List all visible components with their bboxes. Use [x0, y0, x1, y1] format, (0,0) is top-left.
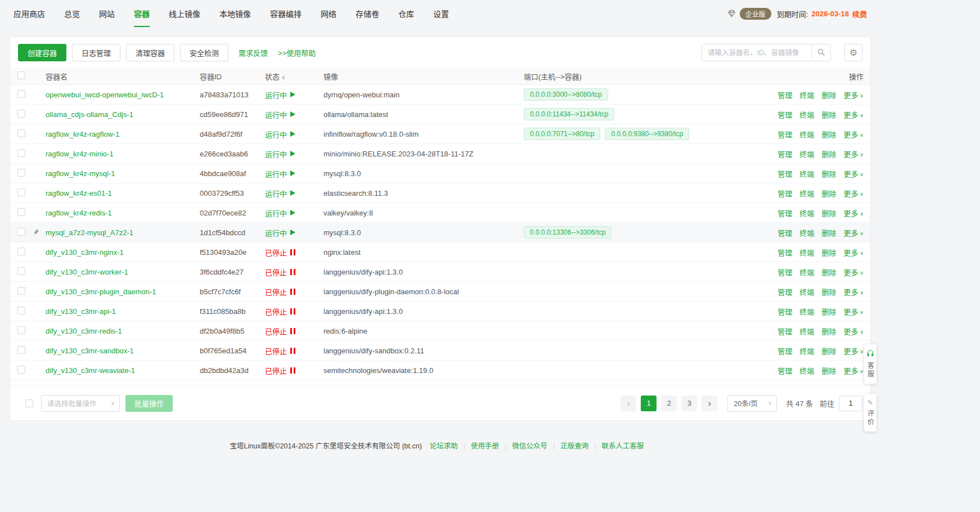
action-more[interactable]: 更多∨ [843, 267, 864, 277]
action-delete[interactable]: 删除 [821, 365, 836, 376]
action-manage[interactable]: 管理 [777, 326, 792, 336]
row-checkbox[interactable] [17, 149, 25, 157]
page-button-1[interactable]: 1 [641, 396, 657, 411]
action-manage[interactable]: 管理 [777, 227, 792, 238]
page-size-select[interactable]: 20条/页 ∨ [727, 395, 777, 412]
action-terminal[interactable]: 终端 [799, 227, 814, 238]
action-delete[interactable]: 删除 [821, 208, 836, 218]
row-checkbox[interactable] [17, 307, 25, 315]
action-manage[interactable]: 管理 [777, 345, 792, 356]
container-name-link[interactable]: ragflow_kr4z-ragflow-1 [46, 130, 120, 138]
action-terminal[interactable]: 终端 [799, 286, 814, 297]
container-name-link[interactable]: ragflow_kr4z-minio-1 [46, 150, 114, 158]
action-manage[interactable]: 管理 [777, 149, 792, 159]
action-more[interactable]: 更多∨ [843, 149, 864, 159]
action-more[interactable]: 更多∨ [843, 168, 864, 179]
container-name-link[interactable]: ollama_cdjs-ollama_Cdjs-1 [46, 110, 133, 119]
action-manage[interactable]: 管理 [777, 385, 792, 386]
page-button-2[interactable]: 2 [661, 396, 677, 411]
action-manage[interactable]: 管理 [777, 129, 792, 140]
container-name-link[interactable]: dify_v130_c3mr-nginx-1 [46, 248, 124, 257]
action-manage[interactable]: 管理 [777, 306, 792, 317]
action-manage[interactable]: 管理 [777, 365, 792, 376]
status-filter-caret[interactable]: ∨ [281, 74, 285, 80]
action-terminal[interactable]: 终端 [799, 247, 814, 258]
row-checkbox[interactable] [17, 188, 25, 196]
row-checkbox[interactable] [17, 366, 25, 374]
action-delete[interactable]: 删除 [821, 385, 836, 386]
container-name-link[interactable]: mysql_a7z2-mysql_A7z2-1 [46, 228, 133, 237]
nav-item-4[interactable]: 容器 [134, 0, 150, 27]
nav-item-5[interactable]: 线上镜像 [169, 0, 200, 27]
action-delete[interactable]: 删除 [821, 129, 836, 140]
renew-link[interactable]: 续费 [852, 8, 867, 19]
nav-item-6[interactable]: 本地镜像 [219, 0, 251, 27]
nav-item-3[interactable]: 网站 [99, 0, 115, 27]
action-delete[interactable]: 删除 [821, 345, 836, 356]
nav-item-9[interactable]: 存储卷 [356, 0, 379, 27]
action-terminal[interactable]: 终端 [799, 306, 814, 317]
action-terminal[interactable]: 终端 [799, 149, 814, 159]
search-input[interactable] [702, 49, 811, 57]
action-terminal[interactable]: 终端 [799, 188, 814, 199]
row-checkbox[interactable] [17, 346, 25, 354]
nav-item-1[interactable]: 应用商店 [14, 0, 45, 27]
action-more[interactable]: 更多∨ [843, 109, 864, 120]
action-delete[interactable]: 删除 [821, 149, 836, 159]
help-link[interactable]: >>使用帮助 [278, 47, 316, 58]
container-name-link[interactable]: ragflow_kr4z-es01-1 [46, 189, 112, 197]
action-delete[interactable]: 删除 [821, 109, 836, 120]
container-name-link[interactable]: dify_v130_c3mr-api-1 [46, 307, 116, 316]
action-delete[interactable]: 删除 [821, 227, 836, 238]
action-more[interactable]: 更多∨ [843, 286, 864, 297]
nav-item-2[interactable]: 总览 [64, 0, 80, 27]
action-manage[interactable]: 管理 [777, 89, 792, 100]
row-checkbox[interactable] [17, 90, 25, 98]
action-more[interactable]: 更多∨ [843, 345, 864, 356]
goto-page-input[interactable] [839, 396, 862, 411]
action-more[interactable]: 更多∨ [843, 89, 864, 100]
container-name-link[interactable]: ragflow_kr4z-mysql-1 [46, 169, 115, 178]
row-checkbox[interactable] [17, 110, 25, 118]
action-delete[interactable]: 删除 [821, 326, 836, 336]
action-delete[interactable]: 删除 [821, 188, 836, 199]
log-manage-button[interactable]: 日志管理 [72, 44, 120, 61]
batch-apply-button[interactable]: 批量操作 [125, 395, 173, 412]
footer-link-3[interactable]: 微信公众号 [512, 442, 547, 450]
footer-link-2[interactable]: 使用手册 [471, 442, 499, 450]
action-more[interactable]: 更多∨ [843, 326, 864, 336]
row-checkbox[interactable] [17, 248, 25, 255]
create-container-button[interactable]: 创建容器 [18, 44, 66, 61]
action-manage[interactable]: 管理 [777, 168, 792, 179]
action-delete[interactable]: 删除 [821, 168, 836, 179]
action-manage[interactable]: 管理 [777, 286, 792, 297]
row-checkbox[interactable] [17, 287, 25, 295]
prev-page-button[interactable]: ‹ [621, 396, 636, 411]
action-terminal[interactable]: 终端 [799, 109, 814, 120]
nav-item-8[interactable]: 网络 [321, 0, 336, 27]
action-delete[interactable]: 删除 [821, 306, 836, 317]
row-checkbox[interactable] [17, 385, 25, 386]
container-name-link[interactable]: dify_v130_c3mr-worker-1 [46, 268, 128, 276]
page-button-3[interactable]: 3 [681, 396, 697, 411]
row-checkbox[interactable] [17, 267, 25, 275]
action-more[interactable]: 更多∨ [843, 188, 864, 199]
select-all-checkbox[interactable] [17, 71, 25, 79]
action-manage[interactable]: 管理 [777, 267, 792, 277]
settings-button[interactable]: ⚙ [844, 44, 862, 61]
row-checkbox[interactable] [17, 129, 25, 137]
action-delete[interactable]: 删除 [821, 286, 836, 297]
action-more[interactable]: 更多∨ [843, 247, 864, 258]
action-more[interactable]: 更多∨ [843, 385, 864, 386]
action-delete[interactable]: 删除 [821, 89, 836, 100]
rate-tab[interactable]: ✎ 评价 [864, 394, 876, 432]
container-name-link[interactable]: dify_v130_c3mr-redis-1 [46, 327, 122, 335]
feedback-link[interactable]: 需求反馈 [239, 47, 268, 58]
action-more[interactable]: 更多∨ [843, 227, 864, 238]
action-terminal[interactable]: 终端 [799, 208, 814, 218]
action-manage[interactable]: 管理 [777, 109, 792, 120]
action-more[interactable]: 更多∨ [843, 208, 864, 218]
action-manage[interactable]: 管理 [777, 247, 792, 258]
row-checkbox[interactable] [17, 208, 25, 216]
security-check-button[interactable]: 安全检测 [180, 44, 228, 61]
